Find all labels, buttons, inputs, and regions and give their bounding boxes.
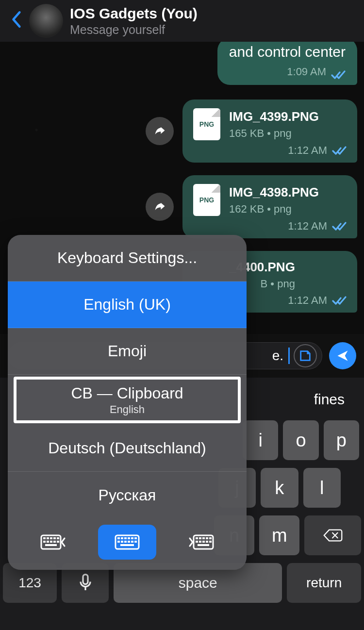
key-o[interactable]: o <box>283 420 318 460</box>
svg-rect-30 <box>202 537 205 539</box>
popover-tail <box>47 568 69 570</box>
chat-subtitle: Message yourself <box>70 23 198 37</box>
svg-rect-25 <box>134 541 137 543</box>
keyboard-option-emoji[interactable]: Emoji <box>8 328 247 375</box>
chat-title[interactable]: IOS Gadgets (You) <box>70 5 198 22</box>
keyboard-switcher-popover: Keyboard Settings... English (UK) Emoji … <box>8 235 247 570</box>
svg-rect-18 <box>131 537 133 539</box>
input-text: e. <box>272 348 286 364</box>
keyboard-option-russian[interactable]: Русская <box>8 472 247 518</box>
keyboard-settings-item[interactable]: Keyboard Settings... <box>8 235 247 282</box>
svg-rect-14 <box>117 537 120 539</box>
svg-rect-36 <box>206 541 208 543</box>
svg-rect-10 <box>53 541 56 543</box>
file-name: IMG_4398.PNG <box>229 185 319 200</box>
svg-rect-7 <box>43 541 46 543</box>
sticker-button[interactable] <box>294 344 317 367</box>
svg-rect-26 <box>120 544 134 546</box>
svg-rect-9 <box>50 541 52 543</box>
svg-rect-34 <box>199 541 201 543</box>
key-i[interactable]: i <box>243 420 278 460</box>
svg-rect-2 <box>43 537 46 539</box>
message-bubble-file[interactable]: PNG IMG_4398.PNG 162 KB • png 1:12 AM <box>182 175 357 238</box>
message-time: 1:12 AM <box>288 220 327 232</box>
svg-rect-35 <box>202 541 205 543</box>
svg-rect-33 <box>196 541 198 543</box>
read-ticks-icon <box>332 221 347 232</box>
svg-rect-37 <box>209 541 212 543</box>
svg-rect-15 <box>121 537 123 539</box>
read-ticks-icon <box>332 145 347 156</box>
keyboard-option-english-uk[interactable]: English (UK) <box>8 282 247 328</box>
svg-rect-0 <box>83 575 88 584</box>
key-m[interactable]: m <box>259 515 299 555</box>
key-return[interactable]: return <box>287 563 361 603</box>
keyboard-mode-row <box>8 518 247 570</box>
message-time: 1:12 AM <box>288 144 327 157</box>
svg-rect-16 <box>124 537 127 539</box>
svg-rect-23 <box>128 541 130 543</box>
keyboard-mode-full[interactable] <box>98 525 156 560</box>
file-type-icon: PNG <box>193 108 220 140</box>
file-name: IMG_4399.PNG <box>229 109 319 124</box>
keyboard-option-clipboard[interactable]: CB — Clipboard English <box>14 377 241 423</box>
key-k[interactable]: k <box>261 468 298 508</box>
forward-button[interactable] <box>146 117 174 145</box>
message-time: 1:12 AM <box>288 294 327 307</box>
svg-rect-8 <box>47 541 49 543</box>
svg-rect-24 <box>131 541 133 543</box>
svg-rect-38 <box>198 544 209 546</box>
key-backspace[interactable] <box>304 515 361 555</box>
text-caret <box>288 348 290 364</box>
svg-rect-19 <box>134 537 137 539</box>
chat-avatar[interactable] <box>29 4 63 38</box>
message-bubble-file[interactable]: PNG IMG_4399.PNG 165 KB • png 1:12 AM <box>182 99 357 163</box>
chat-header: IOS Gadgets (You) Message yourself <box>0 0 364 42</box>
read-ticks-icon <box>332 295 347 306</box>
keyboard-mode-left-onehand[interactable] <box>25 525 83 560</box>
svg-rect-17 <box>128 537 130 539</box>
forward-button[interactable] <box>146 193 174 221</box>
key-l[interactable]: l <box>303 468 341 508</box>
file-meta: 165 KB • png <box>229 127 319 140</box>
read-ticks-icon <box>331 66 346 77</box>
message-bubble-text[interactable]: and control center 1:09 AM <box>217 38 357 85</box>
file-type-icon: PNG <box>193 184 220 216</box>
svg-rect-29 <box>199 537 201 539</box>
keyboard-mode-right-onehand[interactable] <box>171 525 230 560</box>
svg-rect-4 <box>50 537 52 539</box>
svg-rect-21 <box>121 541 123 543</box>
back-button[interactable] <box>6 9 26 33</box>
svg-rect-12 <box>45 544 57 546</box>
keyboard-option-deutsch[interactable]: Deutsch (Deutschland) <box>8 425 247 472</box>
message-text: and control center <box>229 44 346 60</box>
telegram-saved-messages-screen: IOS Gadgets (You) Message yourself and c… <box>0 0 364 630</box>
svg-rect-11 <box>57 541 59 543</box>
svg-rect-31 <box>206 537 208 539</box>
suggestion[interactable]: fines <box>295 391 364 408</box>
svg-rect-20 <box>117 541 120 543</box>
svg-rect-28 <box>196 537 198 539</box>
svg-rect-5 <box>53 537 56 539</box>
send-button[interactable] <box>329 342 356 369</box>
svg-rect-32 <box>209 537 212 539</box>
svg-rect-3 <box>47 537 49 539</box>
message-time: 1:09 AM <box>287 65 326 79</box>
key-p[interactable]: p <box>324 420 359 460</box>
svg-rect-6 <box>57 537 59 539</box>
file-meta: 162 KB • png <box>229 203 319 216</box>
svg-rect-22 <box>124 541 127 543</box>
